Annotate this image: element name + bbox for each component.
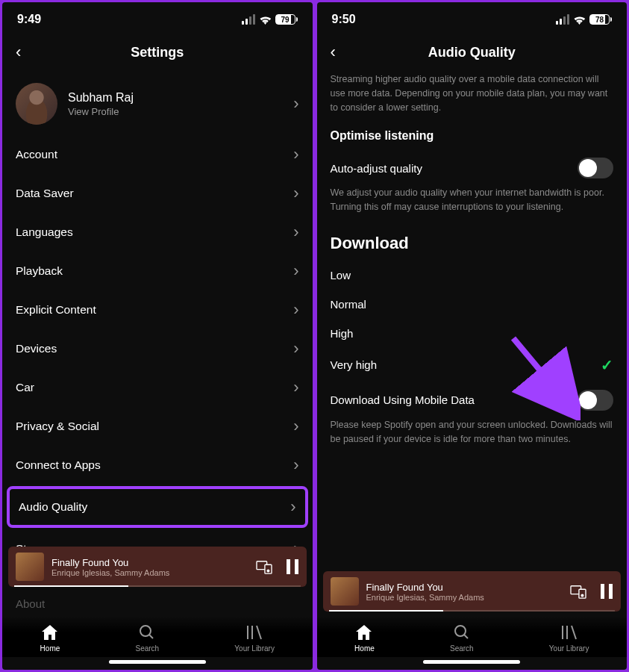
status-indicators: 79 bbox=[242, 14, 298, 25]
status-bar: 9:50 78 bbox=[317, 2, 628, 32]
svg-rect-4 bbox=[295, 559, 298, 574]
download-option-normal[interactable]: Normal bbox=[317, 290, 628, 319]
settings-item-storage[interactable]: Storage› bbox=[2, 529, 313, 547]
home-indicator[interactable] bbox=[109, 660, 206, 664]
track-title: Finally Found You bbox=[51, 557, 248, 568]
auto-adjust-label: Auto-adjust quality bbox=[331, 162, 422, 175]
home-indicator[interactable] bbox=[423, 660, 520, 664]
list-item-label: Data Saver bbox=[16, 187, 74, 200]
list-item-label: Account bbox=[16, 148, 57, 161]
nav-home[interactable]: Home bbox=[354, 623, 375, 653]
svg-line-17 bbox=[464, 635, 468, 638]
search-icon bbox=[138, 623, 156, 641]
home-icon bbox=[41, 623, 59, 641]
now-playing-bar[interactable]: Finally Found You Enrique Iglesias, Samm… bbox=[323, 571, 622, 612]
auto-adjust-description: We adjust your audio quality when your i… bbox=[317, 186, 628, 225]
auto-adjust-toggle[interactable] bbox=[578, 158, 613, 178]
settings-item-account[interactable]: Account› bbox=[2, 135, 313, 174]
list-item-label: Devices bbox=[16, 342, 57, 355]
svg-point-2 bbox=[267, 570, 269, 572]
profile-name: Subham Raj bbox=[68, 91, 283, 105]
chevron-right-icon: › bbox=[293, 94, 298, 113]
settings-item-playback[interactable]: Playback› bbox=[2, 252, 313, 290]
download-section-title: Download bbox=[317, 225, 628, 261]
list-item-label: Audio Quality bbox=[19, 500, 87, 514]
settings-item-privacy-social[interactable]: Privacy & Social› bbox=[2, 407, 313, 446]
nav-search[interactable]: Search bbox=[135, 623, 159, 653]
nav-library[interactable]: Your Library bbox=[234, 623, 275, 653]
check-icon: ✓ bbox=[601, 356, 613, 374]
mobile-data-row: Download Using Mobile Data bbox=[317, 382, 628, 418]
chevron-right-icon: › bbox=[290, 497, 295, 517]
track-artist: Enrique Iglesias, Sammy Adams bbox=[51, 568, 248, 577]
nav-header: ‹ Audio Quality bbox=[317, 32, 628, 72]
chevron-right-icon: › bbox=[293, 300, 298, 320]
mobile-data-toggle[interactable] bbox=[578, 390, 613, 411]
svg-line-9 bbox=[257, 626, 261, 639]
chevron-right-icon: › bbox=[293, 223, 298, 242]
status-bar: 9:49 79 bbox=[2, 2, 313, 32]
library-icon bbox=[560, 623, 578, 641]
battery-icon: 79 bbox=[275, 14, 298, 25]
home-icon bbox=[355, 623, 373, 641]
chevron-right-icon: › bbox=[293, 455, 298, 475]
settings-item-explicit-content[interactable]: Explicit Content› bbox=[2, 290, 313, 329]
track-artist: Enrique Iglesias, Sammy Adams bbox=[366, 593, 563, 602]
chevron-right-icon: › bbox=[293, 378, 298, 397]
settings-item-languages[interactable]: Languages› bbox=[2, 213, 313, 252]
signal-icon bbox=[556, 14, 569, 25]
pause-icon[interactable] bbox=[600, 583, 613, 600]
avatar bbox=[16, 83, 57, 125]
now-playing-bar[interactable]: Finally Found You Enrique Iglesias, Samm… bbox=[8, 547, 307, 587]
svg-point-13 bbox=[581, 594, 583, 597]
chevron-right-icon: › bbox=[293, 339, 298, 358]
wifi-icon bbox=[259, 15, 272, 25]
option-label: Normal bbox=[331, 298, 366, 311]
svg-rect-3 bbox=[287, 559, 290, 574]
download-option-very-high[interactable]: Very high✓ bbox=[317, 348, 628, 382]
profile-subtitle: View Profile bbox=[68, 106, 283, 117]
option-label: High bbox=[331, 327, 354, 340]
devices-icon[interactable] bbox=[256, 559, 272, 574]
chevron-right-icon: › bbox=[293, 145, 298, 164]
nav-library[interactable]: Your Library bbox=[549, 623, 589, 653]
settings-list: Account›Data Saver›Languages›Playback›Ex… bbox=[2, 135, 313, 547]
pause-icon[interactable] bbox=[286, 559, 299, 575]
svg-rect-15 bbox=[609, 584, 613, 599]
chevron-right-icon: › bbox=[293, 261, 298, 281]
mobile-data-label: Download Using Mobile Data bbox=[331, 393, 475, 406]
svg-line-20 bbox=[572, 626, 576, 639]
chevron-right-icon: › bbox=[293, 417, 298, 436]
list-item-label: Languages bbox=[16, 225, 73, 239]
album-art bbox=[16, 553, 44, 581]
svg-rect-14 bbox=[601, 584, 604, 599]
status-indicators: 78 bbox=[556, 14, 612, 25]
album-art bbox=[331, 577, 359, 606]
settings-item-devices[interactable]: Devices› bbox=[2, 329, 313, 368]
track-title: Finally Found You bbox=[366, 582, 563, 593]
list-item-label: Privacy & Social bbox=[16, 420, 99, 433]
status-time: 9:50 bbox=[332, 13, 356, 26]
svg-line-6 bbox=[149, 635, 153, 638]
list-item-label: Explicit Content bbox=[16, 303, 96, 317]
download-option-high[interactable]: High bbox=[317, 319, 628, 348]
signal-icon bbox=[242, 14, 255, 25]
devices-icon[interactable] bbox=[570, 584, 586, 599]
intro-description: Streaming higher audio quality over a mo… bbox=[317, 72, 628, 125]
settings-item-data-saver[interactable]: Data Saver› bbox=[2, 174, 313, 213]
settings-item-car[interactable]: Car› bbox=[2, 368, 313, 407]
settings-item-connect-to-apps[interactable]: Connect to Apps› bbox=[2, 446, 313, 485]
chevron-right-icon: › bbox=[293, 539, 298, 547]
download-option-low[interactable]: Low bbox=[317, 261, 628, 290]
faded-row: About bbox=[2, 591, 313, 616]
svg-point-16 bbox=[455, 626, 466, 636]
settings-item-audio-quality[interactable]: Audio Quality› bbox=[7, 486, 308, 528]
wifi-icon bbox=[573, 15, 586, 25]
list-item-label: Playback bbox=[16, 264, 63, 278]
option-label: Very high bbox=[331, 358, 378, 371]
profile-row[interactable]: Subham Raj View Profile › bbox=[2, 72, 313, 135]
bottom-nav: Home Search Your Library bbox=[317, 616, 628, 657]
option-label: Low bbox=[331, 269, 351, 281]
nav-search[interactable]: Search bbox=[450, 623, 474, 653]
nav-home[interactable]: Home bbox=[40, 623, 60, 653]
